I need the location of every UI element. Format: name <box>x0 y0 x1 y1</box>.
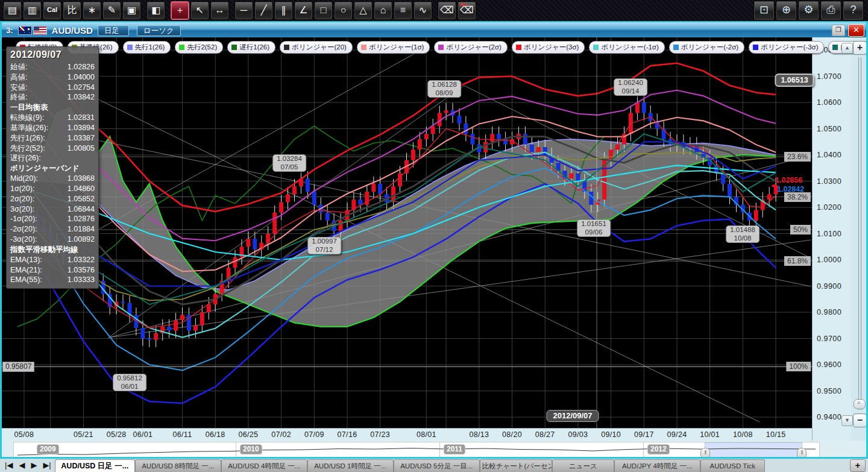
calendar-icon[interactable]: Cal <box>43 1 61 20</box>
eraser-icon[interactable]: ⌫ <box>438 1 456 20</box>
zoom-out-button[interactable]: − <box>853 414 867 427</box>
australia-flag-icon <box>18 26 32 35</box>
technical-analysis-icon[interactable]: ∗ <box>83 1 101 20</box>
chart-canvas[interactable] <box>2 37 812 428</box>
indicator-toggle-遅行1(26)[interactable]: 遅行1(26) <box>227 41 275 54</box>
window-number: 3: <box>6 26 13 35</box>
window-frame-bottom <box>0 457 868 459</box>
minichart-track[interactable]: 2009201020112012 <box>13 442 820 458</box>
indicator-toggle-先行1(26)[interactable]: 先行1(26) <box>123 41 171 54</box>
panel-section-header: 指数平滑移動平均線 <box>10 245 95 255</box>
save-icon[interactable]: ◧ <box>146 1 165 20</box>
panel-row: 3σ(20):1.06844 <box>10 204 95 215</box>
us-flag-icon <box>33 26 47 35</box>
window-close-button[interactable]: ✕ <box>848 24 864 37</box>
indicator-toggle-ボリンジャー(3σ)[interactable]: ボリンジャー(3σ) <box>512 41 585 54</box>
indicator-color-swatch <box>438 45 444 50</box>
panel-row: 終値:1.03842 <box>10 92 95 102</box>
chart-type-dropdown[interactable]: ローソク <box>137 25 181 36</box>
indicator-toggle-ボリンジャー(20)[interactable]: ボリンジャー(20) <box>280 41 353 54</box>
scroll-down-button[interactable]: ▼ <box>841 415 853 426</box>
add-tab-button[interactable]: + <box>850 459 866 472</box>
triangle-icon[interactable]: △ <box>354 1 373 20</box>
indicator-color-swatch <box>593 45 599 50</box>
date-tick: 10/08 <box>733 430 753 439</box>
polygon-icon[interactable]: ⌂ <box>374 1 392 20</box>
indicator-toggle-ボリンジャー(-3σ)[interactable]: ボリンジャー(-3σ) <box>749 41 824 54</box>
crosshair-icon[interactable]: ＋ <box>171 1 189 20</box>
draw-pencil-icon[interactable]: ✎ <box>102 1 121 20</box>
rectangle-icon[interactable]: □ <box>314 1 333 20</box>
date-tick: 07/16 <box>338 430 357 439</box>
indicator-toggle-ボリンジャー(2σ)[interactable]: ボリンジャー(2σ) <box>434 41 508 54</box>
scroll-up-button[interactable]: ▲ <box>841 43 853 54</box>
board-list-icon[interactable]: ▤ <box>3 1 22 20</box>
chart-tab-8[interactable]: AUD/JPY 4時間足 一... <box>614 459 700 472</box>
print-icon[interactable]: ⎙ <box>820 1 841 20</box>
symbol-label: AUD/USD <box>52 25 93 36</box>
panel-row: 先行1(26):1.03387 <box>10 133 95 143</box>
window-restore-button[interactable]: ❐ <box>832 25 845 36</box>
tab-prev-button[interactable]: ◀ <box>19 459 25 471</box>
tab-next-button[interactable]: ▶ <box>31 459 37 471</box>
chart-settings-icon[interactable]: ▣ <box>122 1 141 20</box>
chart-tab-3[interactable]: AUD/USD 4時間足 一... <box>221 459 307 472</box>
help-icon[interactable]: ? <box>843 1 864 20</box>
window-layout-icon[interactable]: ⊡ <box>753 1 775 20</box>
indicator-color-swatch <box>753 45 758 50</box>
chart-tab-7[interactable]: ニュース <box>552 459 614 472</box>
date-tick: 08/27 <box>535 430 555 439</box>
fibo-lines-icon[interactable]: ≡ <box>394 1 412 20</box>
hand-pan-icon[interactable]: ↔ <box>210 1 229 20</box>
date-tick: 08/13 <box>469 430 489 439</box>
compare-icon[interactable]: 比 <box>63 1 81 20</box>
vertical-scroll-handle[interactable] <box>854 399 866 409</box>
price-tick: 0.9600 <box>817 360 841 369</box>
tab-first-button[interactable]: |◀ <box>5 459 13 471</box>
new-report-icon[interactable]: ▥ <box>23 1 42 20</box>
chart-tab-5[interactable]: AUD/USD 5分足 一目... <box>394 459 480 472</box>
tab-nav-arrows: |◀◀▶▶| <box>0 459 55 472</box>
horizontal-line-icon[interactable]: ─ <box>234 1 253 20</box>
date-tick: 06/18 <box>206 430 225 439</box>
date-tick: 09/03 <box>568 430 588 439</box>
indicator-toggle-ボリンジャー(-1σ)[interactable]: ボリンジャー(-1σ) <box>589 41 664 54</box>
chart-tab-1[interactable]: AUD/USD 日足 一... <box>55 459 135 472</box>
panel-row: 安値:1.02754 <box>10 83 95 93</box>
indicator-toggle-ボリンジャー(-2σ)[interactable]: ボリンジャー(-2σ) <box>669 41 744 54</box>
date-tick: 06/25 <box>239 430 259 439</box>
fan-lines-icon[interactable]: ∿ <box>414 1 432 20</box>
ellipse-icon[interactable]: ○ <box>334 1 353 20</box>
panel-row: 2σ(20):1.05852 <box>10 194 95 204</box>
chart-tab-4[interactable]: AUD/USD 1時間足 一... <box>307 459 394 472</box>
zoom-in-button[interactable]: + <box>853 41 867 55</box>
date-tick: 10/15 <box>766 430 786 439</box>
ohlc-data-panel: 2012/09/07 始値:1.02826高値:1.04000安値:1.0275… <box>6 46 99 289</box>
indicator-toggle-先行2(52)[interactable]: 先行2(52) <box>175 41 223 54</box>
toolbar-right-group: ⊡⊕⚙⎙? <box>753 1 868 20</box>
date-tick: 08/01 <box>417 430 436 439</box>
panel-row: EMA(55):1.03333 <box>10 275 95 285</box>
settings-gear-icon[interactable]: ⚙ <box>798 1 819 20</box>
angle-line-icon[interactable]: ∠ <box>294 1 313 20</box>
indicator-color-swatch <box>361 45 366 50</box>
panel-row: 基準線(26):1.03894 <box>10 123 95 133</box>
trend-line-icon[interactable]: ╱ <box>254 1 273 20</box>
indicator-color-swatch <box>284 45 289 50</box>
vertical-scroll-track[interactable] <box>858 57 861 410</box>
date-tick: 06/11 <box>173 430 192 439</box>
indicator-toggle-ボリンジャー(1σ)[interactable]: ボリンジャー(1σ) <box>357 41 430 54</box>
chart-tab-6[interactable]: 比較チャート(パーセント... <box>480 459 552 472</box>
chart-window-titlebar: 3: AUD/USD 日足 ローソク ❐ ✕ <box>0 21 868 39</box>
eraser-all-icon[interactable]: ⌫ALL <box>458 1 476 20</box>
fullscreen-icon[interactable]: ⊕ <box>776 1 797 20</box>
chart-tab-2[interactable]: AUD/USD 8時間足 一... <box>135 459 221 472</box>
parallel-lines-icon[interactable]: ∥ <box>274 1 293 20</box>
timeframe-dropdown[interactable]: 日足 <box>98 25 129 36</box>
tab-last-button[interactable]: ▶| <box>43 459 51 471</box>
price-tick: 1.0200 <box>817 203 841 212</box>
panel-row: EMA(13):1.03322 <box>10 255 95 265</box>
price-tick: 0.9400 <box>817 413 841 421</box>
chart-tab-9[interactable]: AUD/USD Tick <box>700 459 765 472</box>
pointer-icon[interactable]: ↖ <box>190 1 209 20</box>
